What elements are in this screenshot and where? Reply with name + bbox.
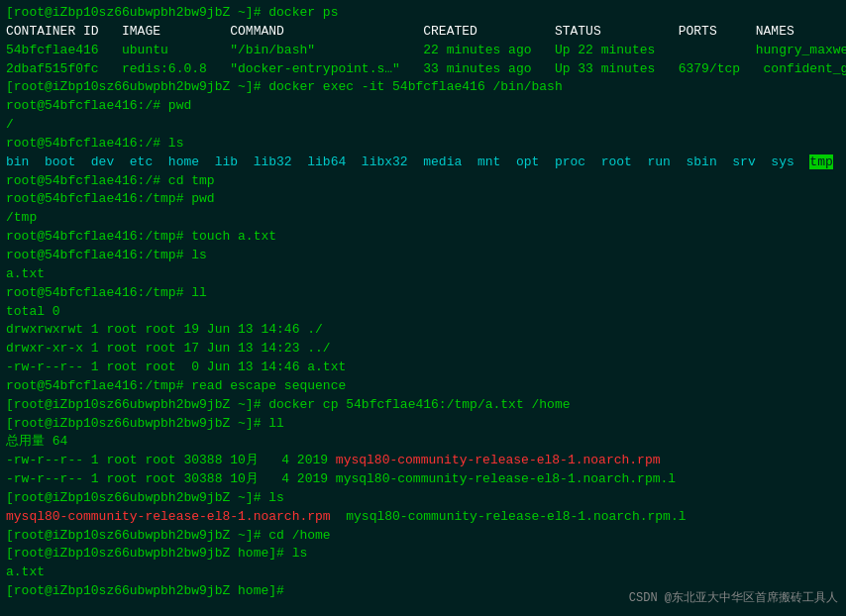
line-29: [root@iZbp10sz66ubwpbh2bw9jbZ ~]# cd /ho… (6, 527, 840, 546)
line-9-ls: bin boot dev etc home lib lib32 lib64 li… (6, 154, 840, 172)
line-3: 54bfcflae416 ubuntu "/bin/bash" 22 minut… (6, 42, 840, 60)
line-15: a.txt (6, 265, 840, 284)
line-26: -rw-r--r-- 1 root root 30388 10月 4 2019 … (6, 470, 840, 489)
watermark: CSDN @东北亚大中华区首席搬砖工具人 (629, 589, 838, 606)
line-11: root@54bfcflae416:/tmp# pwd (6, 190, 840, 209)
line-23: [root@iZbp10sz66ubwpbh2bw9jbZ ~]# ll (6, 415, 840, 434)
line-16: root@54bfcflae416:/tmp# ll (6, 284, 840, 303)
line-30: [root@iZbp10sz66ubwpbh2bw9jbZ home]# ls (6, 545, 840, 564)
line-20: -rw-r--r-- 1 root root 0 Jun 13 14:46 a.… (6, 359, 840, 377)
line-25: -rw-r--r-- 1 root root 30388 10月 4 2019 … (6, 452, 840, 470)
line-18: drwxrwxrwt 1 root root 19 Jun 13 14:46 .… (6, 321, 840, 340)
line-24: 总用量 64 (6, 433, 840, 452)
line-6: root@54bfcflae416:/# pwd (6, 97, 840, 116)
line-21: root@54bfcflae416:/tmp# read escape sequ… (6, 377, 840, 396)
line-13: root@54bfcflae416:/tmp# touch a.txt (6, 228, 840, 247)
line-1: [root@iZbp10sz66ubwpbh2bw9jbZ ~]# docker… (6, 4, 840, 23)
line-31: a.txt (6, 564, 840, 582)
line-7: / (6, 116, 840, 135)
line-22: [root@iZbp10sz66ubwpbh2bw9jbZ ~]# docker… (6, 396, 840, 415)
line-19: drwxr-xr-x 1 root root 17 Jun 13 14:23 .… (6, 340, 840, 359)
line-10: root@54bfcflae416:/# cd tmp (6, 172, 840, 191)
line-2-header: CONTAINER ID IMAGE COMMAND CREATED STATU… (6, 23, 840, 42)
line-4: 2dbaf515f0fc redis:6.0.8 "docker-entrypo… (6, 60, 840, 79)
line-27: [root@iZbp10sz66ubwpbh2bw9jbZ ~]# ls (6, 489, 840, 508)
line-5: [root@iZbp10sz66ubwpbh2bw9jbZ ~]# docker… (6, 78, 840, 97)
line-17: total 0 (6, 303, 840, 322)
line-28: mysql80-community-release-el8-1.noarch.r… (6, 508, 840, 527)
line-14: root@54bfcflae416:/tmp# ls (6, 247, 840, 265)
line-8: root@54bfcflae416:/# ls (6, 135, 840, 154)
line-12: /tmp (6, 209, 840, 228)
terminal-window[interactable]: [root@iZbp10sz66ubwpbh2bw9jbZ ~]# docker… (0, 0, 846, 616)
